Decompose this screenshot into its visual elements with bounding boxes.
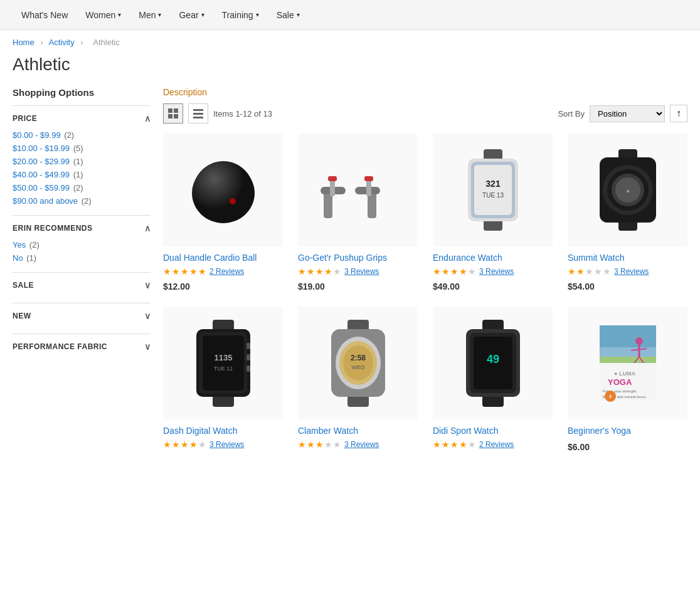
breadcrumb-current: Athletic (93, 38, 120, 47)
list-view-button[interactable] (188, 103, 208, 124)
star-full: ★ (181, 266, 189, 276)
product-card[interactable]: Go-Get'r Pushup Grips★★★★★3 Reviews$19.0… (298, 134, 418, 292)
product-card[interactable]: 2:58 WED Clamber Watch★★★★★3 Reviews (298, 307, 418, 452)
grid-view-button[interactable] (163, 103, 183, 124)
filter-header-1[interactable]: ERIN RECOMMENDS∧ (13, 223, 151, 233)
star-full: ★ (307, 266, 316, 276)
product-grid: Dual Handle Cardio Ball★★★★★2 Reviews$12… (163, 134, 687, 452)
filter-header-2[interactable]: SALE∨ (13, 280, 151, 290)
filter-count: (5) (73, 144, 83, 153)
nav-item-training[interactable]: Training▾ (213, 0, 268, 30)
reviews-link[interactable]: 3 Reviews (614, 267, 649, 276)
filter-header-4[interactable]: PERFORMANCE FABRIC∨ (13, 342, 151, 352)
product-stars: ★★★★★3 Reviews (298, 439, 418, 449)
filter-name: ERIN RECOMMENDS (13, 224, 93, 233)
nav-item-gear[interactable]: Gear▾ (170, 0, 213, 30)
filter-option[interactable]: $40.00 - $49.99 (1) (13, 168, 151, 181)
filter-option[interactable]: $0.00 - $9.99 (2) (13, 129, 151, 142)
star-full: ★ (576, 266, 585, 276)
star-rating: ★★★★★ (163, 266, 207, 276)
product-card[interactable]: Dual Handle Cardio Ball★★★★★2 Reviews$12… (163, 134, 283, 292)
filter-option[interactable]: No (1) (13, 251, 151, 265)
filter-section-price: PRICE∧$0.00 - $9.99 (2)$10.00 - $19.99 (… (13, 105, 151, 215)
product-name[interactable]: Beginner's Yoga (568, 426, 687, 436)
filter-options: Yes (2)No (1) (13, 238, 151, 265)
nav-arrow: ▾ (297, 11, 300, 18)
svg-rect-6 (193, 117, 203, 118)
filter-count: (2) (29, 240, 40, 250)
toolbar: Items 1-12 of 13 Sort By Position Name P… (163, 103, 687, 124)
product-image: 2:58 WED (298, 307, 418, 419)
product-name[interactable]: Dual Handle Cardio Ball (163, 253, 283, 263)
filter-count: (1) (26, 253, 36, 263)
star-rating: ★★★★★ (298, 266, 342, 276)
nav-item-sale[interactable]: Sale▾ (268, 0, 309, 30)
product-stars: ★★★★★3 Reviews (298, 266, 418, 276)
star-empty: ★ (468, 439, 477, 449)
reviews-link[interactable]: 3 Reviews (479, 267, 514, 276)
product-image (298, 134, 418, 246)
svg-rect-42 (247, 365, 250, 372)
product-name[interactable]: Dash Digital Watch (163, 426, 283, 436)
breadcrumb-activity[interactable]: Activity (49, 38, 75, 47)
product-image: ● LUMA YOGA Focus your strength, balance… (568, 307, 687, 419)
svg-rect-5 (193, 113, 203, 115)
product-name[interactable]: Clamber Watch (298, 426, 418, 436)
description-link[interactable]: Description (163, 87, 687, 97)
svg-point-9 (230, 198, 236, 204)
filter-name: SALE (13, 281, 34, 290)
product-image: 1135 TUE 11 (163, 307, 283, 419)
filter-count: (2) (64, 130, 74, 140)
filter-option[interactable]: Yes (2) (13, 238, 151, 251)
product-name[interactable]: Summit Watch (568, 253, 687, 263)
product-stars: ★★★★★3 Reviews (568, 266, 687, 276)
reviews-link[interactable]: 2 Reviews (209, 267, 244, 276)
product-name[interactable]: Go-Get'r Pushup Grips (298, 253, 418, 263)
filter-count: (2) (82, 196, 92, 206)
filter-option[interactable]: $90.00 and above (2) (13, 194, 151, 208)
svg-rect-13 (328, 176, 337, 181)
sort-direction-button[interactable]: ↑ (670, 105, 687, 122)
filter-option[interactable]: $10.00 - $19.99 (5) (13, 142, 151, 155)
filter-option[interactable]: $50.00 - $59.99 (2) (13, 181, 151, 194)
svg-rect-60 (600, 357, 656, 363)
star-rating: ★★★★★ (433, 266, 477, 276)
nav-item-women[interactable]: Women▾ (77, 0, 130, 30)
reviews-link[interactable]: 3 Reviews (344, 267, 379, 276)
filter-header-3[interactable]: NEW∨ (13, 311, 151, 321)
breadcrumb-home[interactable]: Home (13, 38, 34, 47)
svg-text:YOGA: YOGA (608, 377, 632, 387)
filter-option[interactable]: $20.00 - $29.99 (1) (13, 155, 151, 168)
sort-select[interactable]: Position Name Price (590, 105, 665, 122)
star-full: ★ (172, 266, 181, 276)
nav-item-what-s-new[interactable]: What's New (13, 0, 77, 30)
product-image: ● (568, 134, 687, 246)
svg-text:WED: WED (351, 364, 364, 371)
nav-arrow: ▾ (256, 11, 259, 18)
filter-name: PRICE (13, 114, 37, 123)
product-card[interactable]: 321 TUE 13 Endurance Watch★★★★★3 Reviews… (433, 134, 553, 292)
product-price: $49.00 (433, 281, 553, 292)
filter-section-new: NEW∨Yes (4)No (1) (13, 303, 151, 334)
star-empty: ★ (324, 439, 333, 449)
breadcrumb: Home › Activity › Athletic (0, 30, 700, 55)
product-name[interactable]: Endurance Watch (433, 253, 553, 263)
filter-header-0[interactable]: PRICE∧ (13, 113, 151, 124)
nav-item-men[interactable]: Men▾ (130, 0, 170, 30)
product-name[interactable]: Didi Sport Watch (433, 426, 553, 436)
filter-count: (1) (73, 170, 83, 179)
star-full: ★ (450, 439, 459, 449)
filter-section-erin-recommends: ERIN RECOMMENDS∧Yes (2)No (1) (13, 215, 151, 272)
star-full: ★ (307, 439, 316, 449)
reviews-link[interactable]: 3 Reviews (344, 440, 379, 449)
expand-icon: ∨ (144, 342, 151, 352)
svg-text:● LUMA: ● LUMA (614, 371, 635, 377)
product-card[interactable]: 49 Didi Sport Watch★★★★★2 Reviews (433, 307, 553, 452)
product-card[interactable]: 1135 TUE 11 Dash Digital Watch★★★★★3 Rev… (163, 307, 283, 452)
reviews-link[interactable]: 2 Reviews (479, 440, 514, 449)
svg-text:TUE 13: TUE 13 (482, 192, 504, 199)
list-icon (193, 108, 203, 118)
product-card[interactable]: ● LUMA YOGA Focus your strength, balance… (568, 307, 687, 452)
product-card[interactable]: ● Summit Watch★★★★★3 Reviews$54.00 (568, 134, 687, 292)
reviews-link[interactable]: 3 Reviews (209, 440, 244, 449)
